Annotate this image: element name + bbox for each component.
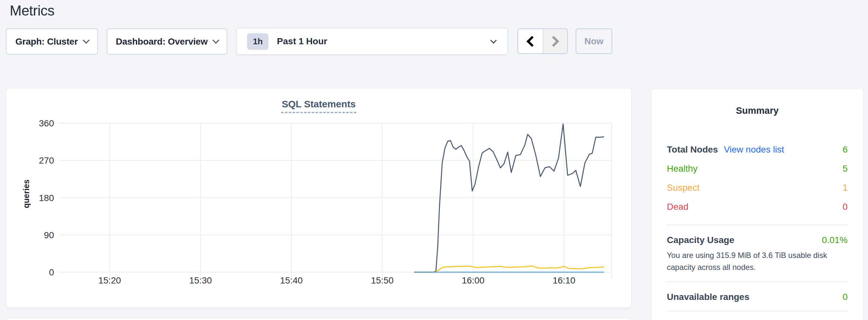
chevron-left-icon <box>526 36 537 47</box>
capacity-usage-label: Capacity Usage <box>667 235 735 245</box>
y-tick-label: 180 <box>39 193 54 203</box>
graph-scope-dropdown-label: Graph: Cluster <box>15 36 78 47</box>
chevron-down-icon <box>213 37 219 44</box>
sql-statements-chart: 36027018090015:2015:3015:4015:5016:0016:… <box>6 88 632 308</box>
x-tick-label: 16:00 <box>462 276 485 285</box>
capacity-usage-section: Capacity Usage 0.01% You are using 315.9… <box>667 235 848 273</box>
y-tick-label: 270 <box>39 156 54 165</box>
chevron-down-icon <box>490 37 497 44</box>
time-step-buttons <box>518 28 568 54</box>
dead-label: Dead <box>667 202 688 212</box>
view-nodes-list-link[interactable]: View nodes list <box>724 145 784 155</box>
sql-statements-chart-card: SQL Statements queries 36027018090015:20… <box>6 88 631 308</box>
summary-title: Summary <box>667 105 848 116</box>
y-tick-label: 360 <box>39 118 54 128</box>
suspect-nodes-row: Suspect 1 <box>667 178 848 197</box>
capacity-usage-value: 0.01% <box>822 235 848 245</box>
healthy-value: 5 <box>842 164 848 174</box>
chevron-down-icon <box>83 37 90 44</box>
page-title: Metrics <box>10 3 54 19</box>
x-tick-label: 15:50 <box>371 276 394 285</box>
healthy-label: Healthy <box>667 164 698 174</box>
suspect-label: Suspect <box>667 183 700 193</box>
time-step-back-button[interactable] <box>518 29 542 53</box>
unavailable-ranges-label: Unavailable ranges <box>667 292 749 302</box>
y-tick-label: 0 <box>49 267 54 277</box>
divider <box>667 311 848 311</box>
chevron-right-icon <box>548 36 559 47</box>
time-range-selector[interactable]: 1h Past 1 Hour <box>236 28 508 55</box>
x-tick-label: 15:30 <box>189 276 212 285</box>
capacity-usage-description: You are using 315.9 MiB of 3.6 TiB usabl… <box>667 249 848 273</box>
summary-panel: Summary Total Nodes View nodes list 6 He… <box>651 88 864 320</box>
time-step-forward-button[interactable] <box>542 29 567 53</box>
graph-scope-dropdown[interactable]: Graph: Cluster <box>6 28 98 55</box>
dead-nodes-row: Dead 0 <box>667 197 848 216</box>
divider <box>667 225 848 225</box>
dead-value: 0 <box>842 202 848 212</box>
total-nodes-row: Total Nodes View nodes list 6 <box>667 140 848 159</box>
dashboard-dropdown[interactable]: Dashboard: Overview <box>107 28 227 55</box>
x-tick-label: 16:10 <box>553 276 575 285</box>
dashboard-dropdown-label: Dashboard: Overview <box>116 36 208 47</box>
healthy-nodes-row: Healthy 5 <box>667 159 848 178</box>
x-tick-label: 15:20 <box>98 276 121 285</box>
yellow-series-line <box>414 266 604 272</box>
suspect-value: 1 <box>842 183 848 193</box>
time-range-label: Past 1 Hour <box>277 36 327 46</box>
y-tick-label: 90 <box>44 230 54 240</box>
total-nodes-value: 6 <box>842 145 848 155</box>
unavailable-ranges-section: Unavailable ranges 0 <box>667 292 848 302</box>
x-tick-label: 15:40 <box>280 276 303 285</box>
now-button[interactable]: Now <box>576 28 612 54</box>
divider <box>667 282 848 282</box>
node-status-rows: Total Nodes View nodes list 6 Healthy 5 … <box>667 140 848 216</box>
unavailable-ranges-value: 0 <box>842 292 848 302</box>
dark-slate-series-line <box>414 124 604 272</box>
time-range-badge: 1h <box>247 33 269 50</box>
next-chart-card <box>6 318 631 320</box>
total-nodes-label: Total Nodes <box>667 145 718 155</box>
